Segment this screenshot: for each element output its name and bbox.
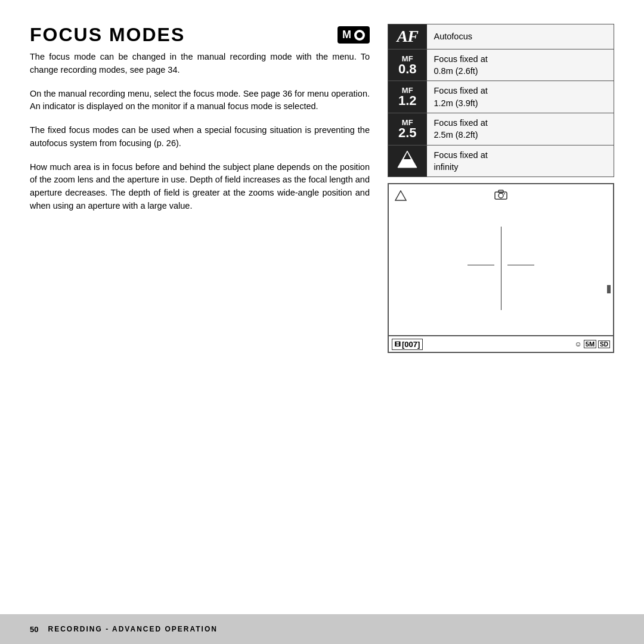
- body-text-2: On the manual recording menu, select the…: [30, 88, 370, 114]
- footer: 50 Recording - advanced operation: [0, 614, 644, 644]
- svg-rect-6: [499, 190, 503, 193]
- mf08-icon-num: 0.8: [393, 63, 422, 76]
- mo-circle-icon: [354, 30, 365, 41]
- vf-focus-line-bottom: [501, 277, 501, 310]
- af-label-cell: Autofocus: [427, 24, 614, 49]
- mf12-icon-num: 1.2: [393, 94, 422, 107]
- svg-point-5: [499, 193, 503, 198]
- vf-bottom-bar: 🎞 [007] ☺ 5M SD: [389, 335, 613, 352]
- mf25-icon-cell: MF 2.5: [388, 113, 427, 145]
- mf08-label-line1: Focus fixed at: [434, 53, 607, 65]
- page-title: FOCUS MODES: [30, 24, 185, 46]
- mf08-label-line2: 0.8m (2.6ft): [434, 65, 607, 77]
- vf-resolution-badge: 5M: [584, 340, 596, 348]
- af-icon: AF: [397, 27, 418, 45]
- body-text-3: The fixed focus modes can be used when a…: [30, 124, 370, 150]
- vf-triangle-icon: [395, 190, 407, 203]
- svg-marker-3: [395, 191, 406, 200]
- infinity-label-line1: Focus fixed at: [434, 149, 607, 161]
- af-label: Autofocus: [434, 32, 473, 41]
- vf-battery-indicator: [607, 285, 611, 293]
- viewfinder-inner: 🎞 [007] ☺ 5M SD: [389, 184, 613, 352]
- footer-page-number: 50: [30, 625, 38, 634]
- vf-h-line-left: [467, 265, 494, 265]
- svg-point-7: [504, 193, 505, 194]
- mo-badge: M: [338, 26, 370, 44]
- mf25-label-line1: Focus fixed at: [434, 117, 607, 129]
- table-row: MF 0.8 Focus fixed at 0.8m (2.6ft): [388, 49, 614, 81]
- mf12-label-line1: Focus fixed at: [434, 85, 607, 97]
- table-row: AF Autofocus: [388, 24, 614, 49]
- page-title-row: FOCUS MODES M: [30, 24, 370, 46]
- page-wrapper: FOCUS MODES M The focus mode can be chan…: [0, 0, 644, 644]
- mf12-label-cell: Focus fixed at 1.2m (3.9ft): [427, 81, 614, 113]
- infinity-label-line2: infinity: [434, 161, 607, 173]
- footer-section-label: Recording - advanced operation: [48, 625, 217, 633]
- left-column: FOCUS MODES M The focus mode can be chan…: [30, 24, 376, 614]
- mf12-icon-cell: MF 1.2: [388, 81, 427, 113]
- table-row: Focus fixed at infinity: [388, 145, 614, 177]
- table-row: MF 1.2 Focus fixed at 1.2m (3.9ft): [388, 81, 614, 113]
- body-text-4: How much area is in focus before and beh…: [30, 161, 370, 213]
- infinity-label-cell: Focus fixed at infinity: [427, 145, 614, 177]
- vf-sd-badge: SD: [598, 340, 610, 348]
- vf-counter-value: [007]: [402, 340, 420, 349]
- mf25-label-line2: 2.5m (8.2ft): [434, 129, 607, 141]
- vf-h-line-right: [507, 265, 534, 265]
- vf-counter-icon: 🎞: [395, 341, 401, 348]
- mf08-label-cell: Focus fixed at 0.8m (2.6ft): [427, 49, 614, 81]
- vf-right-icons: ☺ 5M SD: [575, 340, 610, 348]
- infinity-icon-cell: [388, 145, 427, 177]
- af-icon-cell: AF: [388, 24, 427, 49]
- mf25-label-cell: Focus fixed at 2.5m (8.2ft): [427, 113, 614, 145]
- viewfinder: 🎞 [007] ☺ 5M SD: [388, 183, 614, 353]
- vf-camera-icon: [494, 189, 507, 202]
- mf08-icon-cell: MF 0.8: [388, 49, 427, 81]
- focus-modes-table: AF Autofocus MF 0.8 Focus fixed a: [388, 24, 614, 177]
- vf-focus-line-top: [501, 227, 501, 277]
- intro-text-1: The focus mode can be changed in the man…: [30, 51, 370, 77]
- right-column: AF Autofocus MF 0.8 Focus fixed a: [388, 24, 614, 614]
- vf-frame-counter: 🎞 [007]: [392, 339, 423, 350]
- main-content: FOCUS MODES M The focus mode can be chan…: [30, 24, 614, 614]
- mf25-icon-num: 2.5: [393, 126, 422, 140]
- vf-focus-lines-horizontal: [467, 265, 535, 265]
- mountain-icon: [393, 148, 422, 174]
- table-row: MF 2.5 Focus fixed at 2.5m (8.2ft): [388, 113, 614, 145]
- mf12-label-line2: 1.2m (3.9ft): [434, 97, 607, 109]
- vf-face-icon: ☺: [575, 340, 582, 348]
